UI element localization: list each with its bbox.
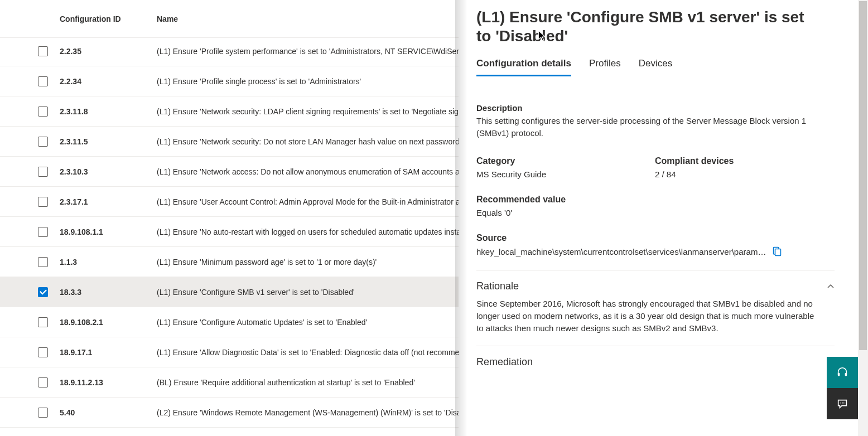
row-checkbox[interactable] (38, 287, 48, 297)
table-row[interactable]: 2.3.11.5(L1) Ensure 'Network security: D… (0, 127, 459, 157)
category-label: Category (476, 156, 655, 166)
support-button[interactable] (827, 357, 858, 388)
scrollbar-thumb[interactable] (859, 1, 867, 350)
svg-rect-1 (838, 373, 840, 376)
table-row[interactable]: 2.3.17.1(L1) Ensure 'User Account Contro… (0, 187, 459, 217)
table-row[interactable]: 2.2.35(L1) Ensure 'Profile system perfor… (0, 36, 459, 66)
table-row[interactable]: 2.3.10.3(L1) Ensure 'Network access: Do … (0, 157, 459, 187)
table-row[interactable]: 18.9.17.1(L1) Ensure 'Allow Diagnostic D… (0, 337, 459, 367)
configuration-name: (L1) Ensure 'User Account Control: Admin… (157, 197, 459, 206)
compliant-devices-label: Compliant devices (655, 156, 833, 166)
remediation-accordion-header[interactable]: Remediation (476, 346, 835, 374)
table-row[interactable]: 5.40(L2) Ensure 'Windows Remote Manageme… (0, 398, 459, 428)
row-checkbox[interactable] (38, 167, 48, 177)
category-value: MS Security Guide (476, 169, 655, 179)
row-checkbox[interactable] (38, 377, 48, 387)
tab-configuration-details[interactable]: Configuration details (476, 58, 571, 76)
configuration-name: (L2) Ensure 'Windows Remote Management (… (157, 408, 459, 417)
feedback-button[interactable] (827, 388, 858, 419)
row-checkbox[interactable] (38, 137, 48, 147)
configuration-name: (L1) Ensure 'Minimum password age' is se… (157, 258, 459, 267)
configuration-id: 18.9.17.1 (60, 348, 157, 357)
configuration-name: (L1) Ensure 'Profile single process' is … (157, 77, 459, 86)
row-checkbox[interactable] (38, 106, 48, 117)
row-checkbox[interactable] (38, 347, 48, 357)
configuration-id: 1.1.3 (60, 258, 157, 267)
tab-profiles[interactable]: Profiles (589, 58, 621, 76)
configuration-name: (L1) Ensure 'Profile system performance'… (157, 47, 459, 56)
row-checkbox[interactable] (38, 46, 48, 56)
configuration-id: 2.3.11.5 (60, 137, 157, 146)
configuration-id: 2.3.10.3 (60, 167, 157, 176)
configuration-id: 2.2.35 (60, 47, 157, 56)
svg-point-5 (843, 403, 845, 404)
description-text: This setting configures the server-side … (476, 115, 822, 139)
configuration-name: (L1) Ensure 'Configure Automatic Updates… (157, 318, 459, 327)
svg-rect-0 (775, 249, 781, 256)
table-header: Configuration ID Name (0, 0, 459, 38)
configuration-name: (L1) Ensure 'Configure SMB v1 server' is… (157, 288, 459, 297)
rationale-label: Rationale (476, 280, 519, 292)
column-header-name[interactable]: Name (157, 14, 459, 23)
tab-devices[interactable]: Devices (639, 58, 672, 76)
row-checkbox[interactable] (38, 76, 48, 86)
configuration-name: (L1) Ensure 'Network security: LDAP clie… (157, 107, 459, 116)
configuration-id: 18.3.3 (60, 288, 157, 297)
configuration-id: 2.3.17.1 (60, 197, 157, 206)
configuration-name: (L1) Ensure 'Network security: Do not st… (157, 137, 459, 146)
table-row[interactable]: 18.9.108.1.1(L1) Ensure 'No auto-restart… (0, 217, 459, 247)
configuration-id: 5.40 (60, 408, 157, 417)
table-row[interactable]: 18.9.11.2.13(BL) Ensure 'Require additio… (0, 367, 459, 398)
remediation-label: Remediation (476, 356, 533, 368)
rationale-accordion-header[interactable]: Rationale (476, 270, 835, 298)
table-row[interactable]: 1.1.3(L1) Ensure 'Minimum password age' … (0, 247, 459, 277)
row-checkbox[interactable] (38, 227, 48, 237)
compliant-devices-value: 2 / 84 (655, 169, 833, 179)
table-row[interactable]: 2.3.11.8(L1) Ensure 'Network security: L… (0, 96, 459, 127)
configuration-name: (L1) Ensure 'Allow Diagnostic Data' is s… (157, 348, 459, 357)
detail-panel: (L1) Ensure 'Configure SMB v1 server' is… (466, 0, 857, 436)
svg-point-4 (842, 403, 843, 404)
configuration-name: (L1) Ensure 'Network access: Do not allo… (157, 167, 459, 176)
column-header-configuration-id[interactable]: Configuration ID (60, 14, 157, 23)
copy-icon[interactable] (773, 246, 782, 256)
table-row[interactable]: 2.2.34(L1) Ensure 'Profile single proces… (0, 66, 459, 96)
recommended-value: Equals '0' (476, 208, 835, 217)
detail-tabs: Configuration details Profiles Devices (476, 58, 835, 76)
configuration-id: 2.3.11.8 (60, 107, 157, 116)
description-label: Description (476, 103, 822, 113)
source-label: Source (476, 233, 833, 243)
configuration-id: 18.9.108.1.1 (60, 227, 157, 236)
scrollbar[interactable] (858, 0, 868, 436)
row-checkbox[interactable] (38, 197, 48, 207)
detail-title: (L1) Ensure 'Configure SMB v1 server' is… (476, 8, 822, 46)
configuration-id: 18.9.11.2.13 (60, 378, 157, 387)
row-checkbox[interactable] (38, 257, 48, 267)
table-row[interactable]: 18.3.3(L1) Ensure 'Configure SMB v1 serv… (0, 277, 459, 307)
rationale-text: Since September 2016, Microsoft has stro… (476, 298, 822, 346)
row-checkbox[interactable] (38, 408, 48, 418)
configuration-id: 2.2.34 (60, 77, 157, 86)
configuration-name: (BL) Ensure 'Require additional authenti… (157, 378, 459, 387)
recommended-value-label: Recommended value (476, 195, 835, 205)
svg-rect-2 (845, 373, 847, 376)
configuration-name: (L1) Ensure 'No auto-restart with logged… (157, 227, 459, 236)
row-checkbox[interactable] (38, 317, 48, 327)
svg-point-3 (840, 403, 841, 404)
chevron-up-icon (827, 283, 835, 290)
configuration-id: 18.9.108.2.1 (60, 318, 157, 327)
source-value: hkey_local_machine\system\currentcontrol… (476, 247, 766, 256)
table-row[interactable]: 18.9.108.2.1(L1) Ensure 'Configure Autom… (0, 307, 459, 337)
